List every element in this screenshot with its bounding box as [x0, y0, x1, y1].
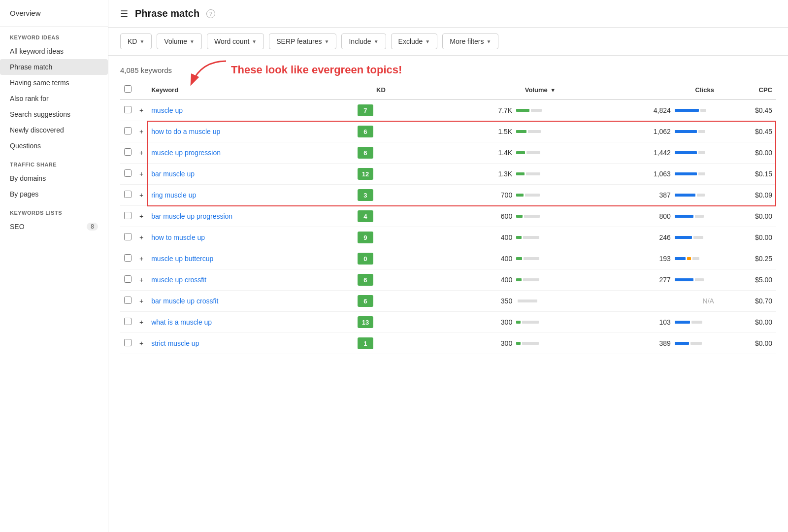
- kd-filter-button[interactable]: KD▼: [120, 33, 152, 49]
- cpc-cell: $0.45: [718, 121, 776, 142]
- clicks-cell: 800: [559, 206, 718, 227]
- clicks-bar: [675, 257, 714, 260]
- keyword-link[interactable]: how to do a muscle up: [151, 128, 220, 135]
- sidebar-item-all-keyword-ideas[interactable]: All keyword ideas: [0, 43, 108, 59]
- add-keyword-cell[interactable]: +: [135, 206, 147, 227]
- select-all-checkbox[interactable]: [124, 85, 131, 93]
- add-keyword-cell[interactable]: +: [135, 248, 147, 269]
- row-checkbox[interactable]: [124, 127, 131, 134]
- more-filter-button[interactable]: More filters▼: [442, 33, 498, 49]
- keyword-link[interactable]: muscle up: [151, 106, 183, 114]
- row-checkbox-cell[interactable]: [120, 333, 135, 354]
- help-icon[interactable]: ?: [206, 9, 215, 18]
- keyword-link[interactable]: muscle up crossfit: [151, 276, 206, 284]
- row-checkbox[interactable]: [124, 191, 131, 198]
- keyword-link[interactable]: bar muscle up progression: [151, 212, 232, 220]
- row-checkbox[interactable]: [124, 297, 131, 304]
- keyword-link[interactable]: ring muscle up: [151, 191, 196, 199]
- sidebar-item-seo[interactable]: SEO8: [0, 219, 108, 234]
- bar-gray2: [695, 215, 704, 218]
- bar-green: [516, 151, 525, 154]
- kd-col-header: KD: [354, 80, 408, 100]
- add-keyword-cell[interactable]: +: [135, 164, 147, 185]
- row-checkbox-cell[interactable]: [120, 227, 135, 248]
- add-keyword-cell[interactable]: +: [135, 100, 147, 121]
- keyword-link[interactable]: what is a muscle up: [151, 318, 212, 326]
- sidebar-item-also-rank-for[interactable]: Also rank for: [0, 91, 108, 106]
- keyword-cell: muscle up: [147, 100, 354, 121]
- keyword-cell: how to muscle up: [147, 227, 354, 248]
- sidebar-item-by-pages[interactable]: By pages: [0, 186, 108, 202]
- sidebar-item-by-domains[interactable]: By domains: [0, 170, 108, 186]
- add-keyword-cell[interactable]: +: [135, 142, 147, 164]
- sidebar-item-search-suggestions[interactable]: Search suggestions: [0, 106, 108, 122]
- row-checkbox[interactable]: [124, 318, 131, 325]
- volume-value: 300: [501, 339, 512, 347]
- select-all-header[interactable]: [120, 80, 135, 100]
- cpc-value: $5.00: [755, 276, 772, 284]
- sidebar-overview[interactable]: Overview: [0, 0, 108, 27]
- bar-gray2: [692, 257, 699, 260]
- row-checkbox[interactable]: [124, 275, 131, 283]
- row-checkbox[interactable]: [124, 254, 131, 262]
- kd-badge: 6: [358, 126, 373, 137]
- bar-blue: [675, 109, 699, 112]
- bar-gray: [525, 194, 540, 197]
- hamburger-icon[interactable]: ☰: [120, 8, 128, 19]
- keyword-link[interactable]: muscle up buttercup: [151, 255, 213, 263]
- row-checkbox-cell[interactable]: [120, 312, 135, 333]
- row-checkbox[interactable]: [124, 339, 131, 346]
- add-keyword-cell[interactable]: +: [135, 312, 147, 333]
- cpc-value: $0.00: [755, 212, 772, 220]
- row-checkbox-cell[interactable]: [120, 269, 135, 291]
- kd-cell: 13: [354, 312, 408, 333]
- serp-filter-button[interactable]: SERP features▼: [269, 33, 336, 49]
- table-row: + muscle up buttercup 0 400 193 $0.25: [120, 248, 776, 269]
- clicks-value: 246: [659, 233, 671, 241]
- cpc-cell: $0.00: [718, 312, 776, 333]
- row-checkbox-cell[interactable]: [120, 248, 135, 269]
- keyword-link[interactable]: bar muscle up: [151, 170, 195, 178]
- include-filter-button[interactable]: Include▼: [341, 33, 386, 49]
- keyword-link[interactable]: how to muscle up: [151, 233, 205, 241]
- row-checkbox[interactable]: [124, 148, 131, 156]
- row-checkbox-cell[interactable]: [120, 164, 135, 185]
- clicks-cell: 246: [559, 227, 718, 248]
- volume-cell: 400: [408, 248, 559, 269]
- row-checkbox[interactable]: [124, 212, 131, 219]
- bar-green: [516, 342, 520, 345]
- sidebar-item-phrase-match[interactable]: Phrase match: [0, 59, 108, 75]
- volume-cell: 600: [408, 206, 559, 227]
- row-checkbox-cell[interactable]: [120, 291, 135, 312]
- row-checkbox-cell[interactable]: [120, 121, 135, 142]
- keyword-link[interactable]: strict muscle up: [151, 339, 199, 347]
- row-checkbox-cell[interactable]: [120, 100, 135, 121]
- row-checkbox[interactable]: [124, 233, 131, 240]
- volume-col-header[interactable]: Volume ▼: [408, 80, 559, 100]
- add-keyword-cell[interactable]: +: [135, 185, 147, 206]
- sidebar-item-questions[interactable]: Questions: [0, 138, 108, 154]
- exclude-filter-button[interactable]: Exclude▼: [391, 33, 438, 49]
- row-checkbox-cell[interactable]: [120, 206, 135, 227]
- bar-gray: [526, 172, 540, 175]
- wordcount-filter-button[interactable]: Word count▼: [207, 33, 264, 49]
- row-checkbox-cell[interactable]: [120, 142, 135, 164]
- keyword-link[interactable]: muscle up progression: [151, 149, 221, 157]
- volume-filter-button[interactable]: Volume▼: [157, 33, 202, 49]
- sidebar-item-having-same-terms[interactable]: Having same terms: [0, 75, 108, 91]
- add-keyword-cell[interactable]: +: [135, 121, 147, 142]
- filter-label: Include: [349, 37, 371, 45]
- add-keyword-cell[interactable]: +: [135, 333, 147, 354]
- sidebar-item-newly-discovered[interactable]: Newly discovered: [0, 122, 108, 138]
- table-row: + what is a muscle up 13 300 103 $0.00: [120, 312, 776, 333]
- add-keyword-cell[interactable]: +: [135, 269, 147, 291]
- bar-green: [516, 215, 523, 218]
- keyword-link[interactable]: bar muscle up crossfit: [151, 297, 218, 305]
- kd-cell: 4: [354, 206, 408, 227]
- filter-bar: KD▼Volume▼Word count▼SERP features▼Inclu…: [108, 28, 788, 56]
- row-checkbox-cell[interactable]: [120, 185, 135, 206]
- add-keyword-cell[interactable]: +: [135, 291, 147, 312]
- add-keyword-cell[interactable]: +: [135, 227, 147, 248]
- row-checkbox[interactable]: [124, 169, 131, 177]
- row-checkbox[interactable]: [124, 106, 131, 113]
